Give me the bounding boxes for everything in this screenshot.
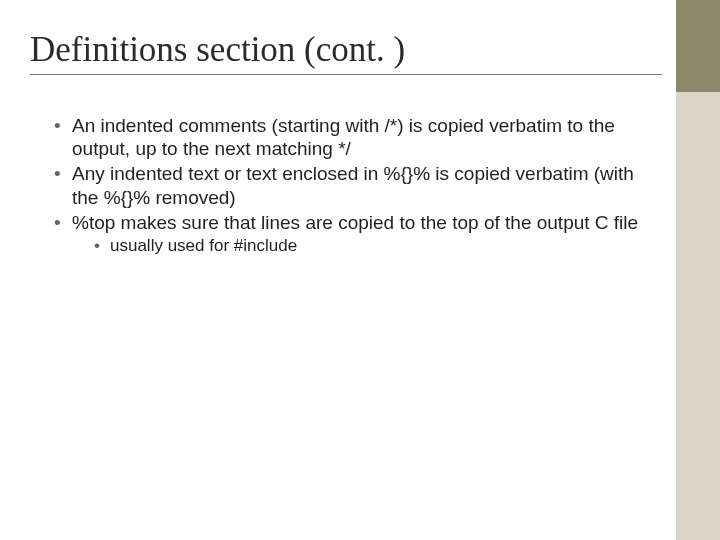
slide: Definitions section (cont. ) An indented… xyxy=(0,0,720,540)
accent-bar xyxy=(676,0,720,540)
bullet-text: %top makes sure that lines are copied to… xyxy=(72,212,638,233)
title-underline xyxy=(30,74,662,75)
bullet-text: An indented comments (starting with /*) … xyxy=(72,115,615,159)
title-area: Definitions section (cont. ) xyxy=(30,30,660,75)
body-area: An indented comments (starting with /*) … xyxy=(50,114,650,259)
bullet-text: usually used for #include xyxy=(110,236,297,255)
accent-bar-bottom xyxy=(676,92,720,540)
list-item: An indented comments (starting with /*) … xyxy=(50,114,650,160)
list-item: %top makes sure that lines are copied to… xyxy=(50,211,650,257)
bullet-text: Any indented text or text enclosed in %{… xyxy=(72,163,634,207)
list-item: usually used for #include xyxy=(92,236,650,257)
bullet-list: An indented comments (starting with /*) … xyxy=(50,114,650,257)
list-item: Any indented text or text enclosed in %{… xyxy=(50,162,650,208)
accent-bar-top xyxy=(676,0,720,92)
sub-bullet-list: usually used for #include xyxy=(72,236,650,257)
slide-title: Definitions section (cont. ) xyxy=(30,30,660,70)
